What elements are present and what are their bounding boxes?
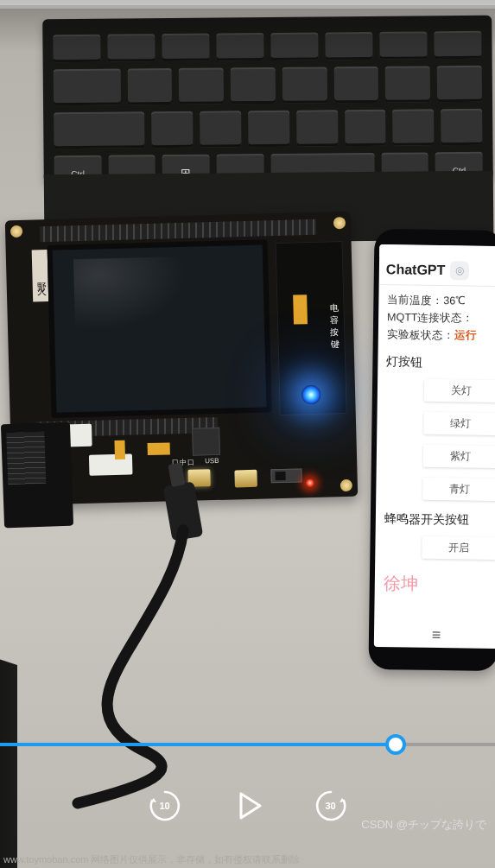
daughter-board [1, 422, 73, 529]
scene-photo: Ctrl ⊞ Ctrl 野火 电容按键 口中口 USB [0, 0, 495, 868]
watermark-bottom: www.toymoban.com 网络图片仅供展示，非存储，如有侵权请联系删除 [3, 853, 492, 866]
board-status-value: 运行 [454, 329, 477, 341]
lcd-screen [48, 239, 272, 418]
forward-label: 30 [325, 801, 335, 811]
jumper [148, 442, 170, 455]
key [200, 111, 241, 147]
footer-name: 徐坤 [384, 572, 491, 597]
key [345, 110, 386, 146]
connector [89, 454, 133, 476]
progress-thumb[interactable] [385, 734, 406, 755]
jumper [114, 440, 125, 459]
smartphone: ChatGPT ◎ 当前温度：36℃ MQTT连接状态： 实验板状态：运行 灯按… [368, 229, 495, 671]
app-content: 当前温度：36℃ MQTT连接状态： 实验板状态：运行 灯按钮 关灯 绿灯 紫灯… [375, 285, 495, 597]
light-buttons: 关灯 绿灯 紫灯 青灯 [384, 378, 495, 501]
key [54, 111, 145, 149]
phone-nav-bar[interactable]: ≡ [374, 625, 495, 645]
standoff [333, 217, 346, 229]
key [385, 66, 430, 102]
standoff [10, 225, 22, 238]
status-line-board: 实验板状态：运行 [387, 327, 494, 344]
buzzer-section-title: 蜂鸣器开关按钮 [384, 511, 492, 529]
status-line-mqtt: MQTT连接状态： [387, 310, 494, 326]
key [333, 67, 378, 103]
phone-screen: ChatGPT ◎ 当前温度：36℃ MQTT连接状态： 实验板状态：运行 灯按… [374, 244, 495, 649]
light-section-title: 灯按钮 [386, 354, 493, 371]
temp-value: 36℃ [443, 295, 466, 307]
key [151, 111, 193, 148]
watermark-author: CSDN @チップな誇りで [361, 817, 486, 833]
key [248, 111, 289, 147]
silk-label: USB [205, 457, 219, 465]
power-led [306, 478, 314, 487]
light-cyan-button[interactable]: 青灯 [422, 478, 495, 501]
light-off-button[interactable]: 关灯 [424, 379, 495, 402]
play-button[interactable] [229, 787, 267, 825]
key [296, 110, 338, 146]
usb-port [234, 470, 257, 488]
key [441, 109, 482, 145]
light-purple-button[interactable]: 紫灯 [423, 445, 495, 468]
key [437, 66, 482, 102]
key [54, 68, 121, 105]
status-line-temp: 当前温度：36℃ [387, 293, 494, 309]
app-header: ChatGPT ◎ [379, 257, 495, 287]
header-icon: ◎ [450, 261, 469, 280]
key [179, 67, 224, 104]
pin-header [6, 432, 46, 485]
key [392, 109, 434, 145]
key [282, 67, 327, 103]
video-progress-bar[interactable] [0, 734, 495, 755]
power-switch [270, 468, 301, 483]
standoff [340, 479, 352, 491]
mqtt-label: MQTT连接状态： [387, 311, 474, 324]
buzzer-buttons: 开启 [384, 535, 495, 560]
board-brand-label: 野火 [32, 250, 49, 301]
watermark-site: www.toymoban.com 网络图片仅供展示，非存储，如有侵权请联系删除 [3, 853, 300, 866]
component [293, 295, 308, 324]
video-top-gradient [0, 0, 495, 52]
rewind-10-button[interactable]: 10 [146, 787, 184, 825]
board-status-label: 实验板状态： [387, 328, 454, 341]
buzzer-on-button[interactable]: 开启 [422, 536, 495, 560]
forward-30-button[interactable]: 30 [312, 787, 350, 825]
pin-header [40, 219, 316, 242]
keyboard-row [54, 109, 482, 149]
light-green-button[interactable]: 绿灯 [423, 412, 495, 435]
rewind-label: 10 [159, 801, 169, 811]
keyboard-row [54, 66, 482, 105]
key [231, 67, 276, 104]
ic-chip [192, 428, 220, 456]
menu-icon[interactable]: ≡ [432, 626, 441, 644]
app-title: ChatGPT [386, 262, 446, 278]
touch-label: 电容按键 [327, 302, 340, 351]
key [127, 68, 172, 105]
temp-label: 当前温度： [387, 294, 443, 307]
progress-fill [0, 743, 396, 746]
